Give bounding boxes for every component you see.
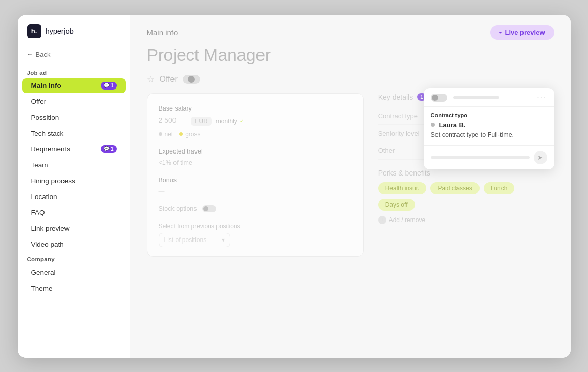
send-button[interactable]: ➤ xyxy=(534,151,547,164)
popup-menu-dots[interactable] xyxy=(537,93,547,102)
user-avatar-dot xyxy=(431,123,435,127)
bonus-placeholder[interactable]: — xyxy=(159,188,352,195)
perks-label: Perks & benefits xyxy=(378,169,554,177)
stock-options-label: Stock options xyxy=(159,205,197,212)
perk-days-off[interactable]: Days off xyxy=(378,199,415,211)
positions-placeholder: List of positions xyxy=(164,236,207,244)
positions-section: Select from previous positions List of p… xyxy=(159,223,352,247)
base-salary-label: Base salary xyxy=(159,105,352,112)
perks-grid: Health insur. Paid classes Lunch Days of… xyxy=(378,182,554,211)
stock-row: Stock options xyxy=(159,205,352,212)
expected-travel-group: Expected travel <1% of time xyxy=(159,148,352,166)
sidebar-label-link-preview: Link preview xyxy=(31,225,70,232)
perk-health[interactable]: Health insur. xyxy=(378,182,427,194)
sidebar-label-position: Possition xyxy=(31,114,59,121)
logo-area: h. hyperjob xyxy=(18,24,130,48)
perks-section: Perks & benefits Health insur. Paid clas… xyxy=(378,169,554,224)
comment-popup: Contract typo Laura B. Set contract type… xyxy=(424,88,554,169)
gross-text: gross xyxy=(185,130,200,138)
expected-travel-label: Expected travel xyxy=(159,148,352,155)
salary-value[interactable]: 2 500 xyxy=(159,116,187,126)
page-title: Project Manager xyxy=(147,45,554,65)
popup-toggle[interactable] xyxy=(431,94,447,102)
net-gross-row: net gross xyxy=(159,130,352,138)
logo-light: job xyxy=(64,27,74,35)
other-label: Other xyxy=(378,147,395,155)
sidebar-item-faq[interactable]: FAQ xyxy=(22,205,126,220)
popup-title-line xyxy=(453,96,499,99)
live-preview-button[interactable]: Live preview xyxy=(490,25,554,40)
popup-body: Contract typo Laura B. Set contract type… xyxy=(424,107,554,143)
main-content: Main info Live preview Project Manager ☆… xyxy=(130,15,571,358)
sidebar-badge-requirements: 1 xyxy=(101,145,117,153)
sidebar-label-location: Location xyxy=(31,193,57,201)
back-arrow-icon: ← xyxy=(27,51,33,58)
offer-toggle[interactable] xyxy=(183,75,200,84)
toggle-thumb xyxy=(188,76,195,83)
sidebar-item-link-preview[interactable]: Link preview xyxy=(22,221,126,236)
sidebar-label-main-info: Main info xyxy=(31,82,61,90)
sidebar-item-requirements[interactable]: Reqirements 1 xyxy=(22,142,126,157)
sidebar-label-faq: FAQ xyxy=(31,209,45,216)
check-icon: ✓ xyxy=(239,118,244,124)
popup-input-field[interactable] xyxy=(431,156,530,159)
job-ad-section-label: Job ad xyxy=(18,65,130,78)
positions-label: Select from previous positions xyxy=(159,223,352,230)
sidebar: h. hyperjob ← Back Job ad Main info 1 Of… xyxy=(18,15,130,358)
net-dot xyxy=(159,132,162,136)
positions-select[interactable]: List of positions ▾ xyxy=(159,233,230,247)
offer-section-header: ☆ Offer xyxy=(147,74,554,85)
add-remove-button[interactable]: + Add / remove xyxy=(378,216,554,224)
sidebar-item-position[interactable]: Possition xyxy=(22,110,126,125)
sidebar-label-video-path: Video path xyxy=(31,240,64,248)
back-button[interactable]: ← Back xyxy=(18,48,130,65)
sidebar-item-tech-stack[interactable]: Tech stack xyxy=(22,126,126,141)
comment-body-text: Set contract type to Full-time. xyxy=(431,131,547,138)
popup-header xyxy=(424,88,554,107)
stock-options-group: Stock options xyxy=(159,205,352,212)
sidebar-item-team[interactable]: Team xyxy=(22,158,126,172)
sidebar-item-video-path[interactable]: Video path xyxy=(22,237,126,252)
frequency-label: monthly xyxy=(216,118,237,125)
sidebar-label-tech-stack: Tech stack xyxy=(31,129,64,137)
bonus-group: Bonus — xyxy=(159,177,352,195)
sidebar-label-theme: Theme xyxy=(31,285,53,292)
popup-input-row: ➤ xyxy=(424,145,554,169)
base-salary-group: Base salary 2 500 EUR monthly ✓ xyxy=(159,105,352,138)
frequency-tag[interactable]: monthly ✓ xyxy=(216,118,244,125)
sidebar-label-offer: Offer xyxy=(31,98,47,105)
top-bar: Main info Live preview xyxy=(130,15,571,45)
sidebar-label-requirements: Reqirements xyxy=(31,145,71,153)
sidebar-item-hiring-process[interactable]: Hiring process xyxy=(22,173,126,188)
logo-bold: hyper xyxy=(46,27,64,35)
add-remove-label: Add / remove xyxy=(389,216,425,224)
seniority-level-label: Seniority level xyxy=(378,129,420,137)
left-panel: Base salary 2 500 EUR monthly ✓ xyxy=(147,93,364,257)
perk-classes[interactable]: Paid classes xyxy=(430,182,479,194)
columns-layout: Base salary 2 500 EUR monthly ✓ xyxy=(147,93,554,257)
net-text: net xyxy=(165,130,173,138)
sidebar-label-hiring-process: Hiring process xyxy=(31,177,75,185)
comment-user-name: Laura B. xyxy=(439,121,466,129)
gross-label[interactable]: gross xyxy=(179,130,200,138)
key-details-label: Key details xyxy=(378,93,413,101)
perk-lunch[interactable]: Lunch xyxy=(484,182,515,194)
sidebar-label-team: Team xyxy=(31,161,48,169)
net-label[interactable]: net xyxy=(159,130,173,138)
comment-title: Contract typo xyxy=(431,112,547,118)
currency-tag[interactable]: EUR xyxy=(191,117,212,126)
stock-toggle[interactable] xyxy=(202,205,216,212)
salary-row: 2 500 EUR monthly ✓ xyxy=(159,116,352,126)
sidebar-badge-main-info: 1 xyxy=(101,82,117,90)
back-label: Back xyxy=(36,51,51,58)
sidebar-item-main-info[interactable]: Main info 1 xyxy=(22,78,126,93)
sidebar-item-location[interactable]: Location xyxy=(22,189,126,204)
bonus-label: Bonus xyxy=(159,177,352,184)
positions-arrow-icon: ▾ xyxy=(222,236,225,244)
contract-type-label: Contract type xyxy=(378,112,418,120)
sidebar-item-theme[interactable]: Theme xyxy=(22,281,126,296)
sidebar-item-offer[interactable]: Offer xyxy=(22,94,126,109)
star-icon[interactable]: ☆ xyxy=(147,74,155,85)
sidebar-item-general[interactable]: General xyxy=(22,265,126,280)
logo-text: hyperjob xyxy=(46,27,74,35)
